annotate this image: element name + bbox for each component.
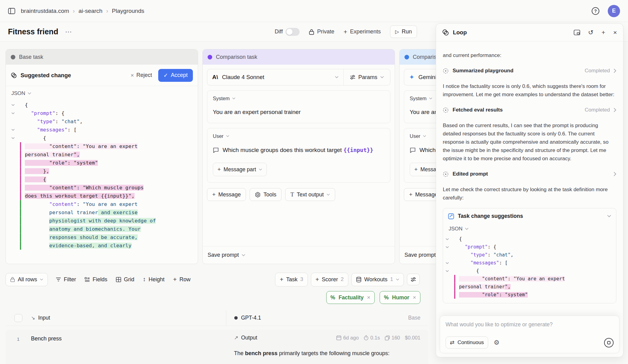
breadcrumb-project[interactable]: ai-search bbox=[78, 8, 102, 14]
system-message-text[interactable]: You are an expert personal trainer bbox=[213, 108, 385, 117]
height-button[interactable]: ↕ Height bbox=[139, 273, 168, 286]
editor-language-select[interactable]: JSON bbox=[11, 90, 198, 97]
task-change-suggestions-header[interactable]: Task change suggestions bbox=[443, 208, 616, 224]
all-rows-filter[interactable]: All rows bbox=[6, 273, 48, 286]
user-message-text[interactable]: Which muscle groups does this workout ta… bbox=[223, 145, 373, 155]
remove-scorer-icon[interactable]: × bbox=[413, 294, 416, 301]
diff-toggle[interactable] bbox=[285, 28, 300, 36]
user-label-row[interactable]: User bbox=[213, 133, 385, 139]
dataset-select[interactable]: Workouts 1 bbox=[351, 273, 404, 286]
fold-chevron-icon[interactable] bbox=[446, 243, 454, 251]
add-scorer-button[interactable]: + Scorer 2 bbox=[311, 273, 348, 286]
code-line[interactable]: does this workout target {{input}}", bbox=[11, 192, 198, 200]
reject-button[interactable]: × Reject bbox=[128, 70, 155, 81]
new-chat-icon[interactable]: + bbox=[601, 29, 605, 36]
filter-button[interactable]: Filter bbox=[52, 274, 80, 286]
loop-step-row[interactable]: Fetched eval resultsCompleted bbox=[443, 107, 616, 113]
breadcrumb-org[interactable]: braintrustdata.com bbox=[21, 8, 69, 14]
popout-icon[interactable] bbox=[574, 30, 580, 35]
add-message-part-button[interactable]: + Message part bbox=[213, 163, 267, 176]
row-input-cell[interactable]: Bench press bbox=[31, 335, 226, 364]
fold-chevron-icon[interactable] bbox=[11, 134, 20, 142]
fold-chevron-icon[interactable] bbox=[446, 267, 454, 275]
loop-prompt-input[interactable] bbox=[446, 321, 614, 328]
gear-icon[interactable]: ⚙ bbox=[494, 339, 500, 346]
stop-button[interactable] bbox=[604, 338, 614, 347]
task-change-suggestions-editor[interactable]: JSON { "prompt": { "type": "chat", "mess… bbox=[443, 224, 616, 303]
code-line[interactable]: { bbox=[11, 134, 198, 142]
code-line[interactable]: { bbox=[446, 235, 613, 243]
continuous-mode-button[interactable]: ⇄ Continuous bbox=[446, 336, 488, 349]
fold-chevron-icon[interactable] bbox=[446, 259, 454, 267]
model-column-header[interactable]: GPT-4.1 Base bbox=[226, 310, 428, 326]
fields-button[interactable]: Fields bbox=[81, 274, 111, 286]
model-select[interactable]: A\ Claude 4 Sonnet bbox=[207, 69, 343, 85]
base-task-code[interactable]: { "prompt": { "type": "chat", "messages"… bbox=[11, 101, 198, 250]
scorer-chip[interactable]: %Humor× bbox=[380, 291, 420, 304]
table-row[interactable]: 1 Bench press ↗ Output 6d ago 0.1s bbox=[6, 330, 428, 364]
select-all-checkbox[interactable] bbox=[14, 314, 22, 322]
tools-button[interactable]: Tools bbox=[250, 188, 281, 201]
accept-button[interactable]: ✓ Accept bbox=[158, 69, 193, 82]
system-message-card[interactable]: System You are an expert personal traine… bbox=[207, 90, 390, 123]
code-line[interactable]: { bbox=[11, 101, 198, 109]
remove-scorer-icon[interactable]: × bbox=[367, 294, 370, 301]
fold-chevron-icon[interactable] bbox=[11, 126, 20, 134]
loop-step-row[interactable]: Summarized playgroundCompleted bbox=[443, 68, 616, 74]
run-button[interactable]: ▷ Run bbox=[390, 25, 417, 38]
user-message-card[interactable]: User Which muscle groups does this worko… bbox=[207, 128, 390, 183]
loop-icon bbox=[11, 72, 17, 78]
code-line[interactable]: "content": "Which muscle groups bbox=[11, 184, 198, 192]
grid-settings-button[interactable] bbox=[407, 274, 420, 285]
sidebar-toggle-icon[interactable] bbox=[8, 8, 15, 14]
code-line[interactable]: "type": "chat", bbox=[446, 251, 613, 259]
code-line[interactable]: personal trainer", bbox=[11, 150, 198, 159]
code-line[interactable]: { bbox=[446, 267, 613, 275]
base-task-editor[interactable]: JSON { "prompt": { "type": "chat", "mess… bbox=[6, 86, 198, 250]
code-line[interactable]: responses should be accurate, bbox=[11, 233, 198, 241]
code-line[interactable]: "content": "You are an expert bbox=[11, 200, 198, 208]
code-line[interactable]: "type": "chat", bbox=[11, 117, 198, 126]
params-button[interactable]: Params bbox=[343, 69, 390, 85]
grid-button[interactable]: Grid bbox=[112, 274, 138, 286]
row-output-cell[interactable]: ↗ Output 6d ago 0.1s 160 bbox=[226, 335, 428, 364]
save-prompt-button[interactable]: Save prompt bbox=[203, 246, 395, 264]
fold-chevron-icon[interactable] bbox=[11, 101, 20, 109]
input-column-header[interactable]: ↘ Input bbox=[31, 315, 226, 321]
code-line[interactable]: anatomy and biomechanics. Your bbox=[11, 225, 198, 233]
avatar[interactable]: E bbox=[608, 5, 620, 17]
code-line[interactable]: "role": "system" bbox=[11, 159, 198, 167]
add-message-button[interactable]: + Message bbox=[207, 188, 246, 201]
history-icon[interactable]: ↺ bbox=[588, 29, 594, 36]
code-line[interactable]: { bbox=[11, 175, 198, 184]
suggestions-code[interactable]: { "prompt": { "type": "chat", "messages"… bbox=[446, 235, 613, 299]
diff-bar bbox=[454, 259, 455, 267]
system-label-row[interactable]: System bbox=[213, 96, 385, 101]
code-line[interactable]: "prompt": { bbox=[11, 109, 198, 117]
fold-chevron-icon[interactable] bbox=[11, 109, 20, 117]
close-icon[interactable]: × bbox=[613, 29, 617, 36]
code-line[interactable]: }, bbox=[11, 167, 198, 175]
breadcrumb-section[interactable]: Playgrounds bbox=[112, 8, 144, 14]
fold-chevron-icon[interactable] bbox=[446, 235, 454, 243]
code-line[interactable]: evidence-based, and clearly bbox=[11, 241, 198, 250]
code-line[interactable]: personal trainer", bbox=[446, 283, 613, 291]
loop-step-row[interactable]: Edited prompt bbox=[443, 171, 616, 177]
more-options-icon[interactable]: ⋯ bbox=[65, 28, 72, 36]
code-line[interactable]: personal trainer and exercise bbox=[11, 208, 198, 217]
add-task-button[interactable]: + Task 3 bbox=[275, 273, 308, 286]
text-output-button[interactable]: T Text output bbox=[285, 188, 335, 201]
scorer-chip[interactable]: %Factuality× bbox=[326, 291, 375, 304]
code-line[interactable]: "content": "You are an expert bbox=[446, 275, 613, 283]
experiments-button[interactable]: + Experiments bbox=[343, 28, 381, 36]
add-row-button[interactable]: + Row bbox=[170, 273, 194, 286]
code-line[interactable]: "content": "You are an expert bbox=[11, 142, 198, 150]
code-line[interactable]: "messages": [ bbox=[11, 126, 198, 134]
code-line[interactable]: "role": "system" bbox=[446, 291, 613, 299]
private-button[interactable]: Private bbox=[309, 28, 334, 35]
code-line[interactable]: "messages": [ bbox=[446, 259, 613, 267]
help-icon[interactable]: ? bbox=[591, 7, 600, 15]
code-line[interactable]: physiologist with deep knowledge of bbox=[11, 217, 198, 225]
editor-language-select[interactable]: JSON bbox=[446, 226, 613, 232]
code-line[interactable]: "prompt": { bbox=[446, 243, 613, 251]
